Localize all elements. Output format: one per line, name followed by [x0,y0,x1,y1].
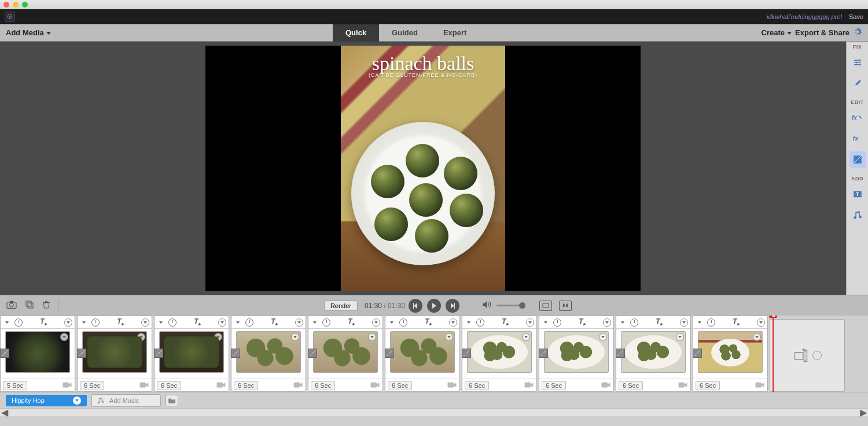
thumbnail-menu-icon[interactable] [214,333,222,341]
clip-menu-icon[interactable] [218,318,226,327]
clip-duration-badge[interactable]: 6 Sec [80,381,104,390]
clip-thumbnail[interactable] [544,331,609,373]
transition-handle[interactable] [385,349,394,358]
clip-thumbnail[interactable] [390,331,455,373]
clip-thumbnail[interactable] [467,331,532,373]
clip-menu-icon[interactable] [295,318,303,327]
timeline-clip[interactable]: T▸6 Sec [693,316,768,392]
clip-in-menu-icon[interactable] [542,318,550,327]
thumbnail-menu-icon[interactable] [445,333,453,341]
clip-thumbnail[interactable] [621,331,686,373]
title-overlay-icon[interactable]: T▸ [271,317,277,327]
clip-in-menu-icon[interactable] [3,318,11,327]
clip-menu-icon[interactable] [757,318,765,327]
transition-handle[interactable] [539,349,548,358]
drop-menu-icon[interactable] [812,351,822,360]
clip-in-menu-icon[interactable] [465,318,473,327]
mode-tab-expert[interactable]: Expert [431,24,479,42]
timeline-clip[interactable]: T▸6 Sec [154,316,229,392]
clip-in-menu-icon[interactable] [388,318,396,327]
clip-in-menu-icon[interactable] [619,318,627,327]
fullscreen-button[interactable] [559,301,572,311]
playhead[interactable] [773,316,774,392]
close-window-button[interactable] [3,2,9,8]
transition-handle[interactable] [77,349,86,358]
timeline-clip[interactable]: T▸6 Sec [231,316,306,392]
render-button[interactable]: Render [324,301,358,311]
timeline-clip[interactable]: T▸6 Sec [539,316,614,392]
transition-handle[interactable] [693,349,702,358]
clip-in-menu-icon[interactable] [80,318,88,327]
text-tool-icon[interactable]: T [849,186,866,202]
clip-in-menu-icon[interactable] [157,318,165,327]
title-overlay-icon[interactable]: T▸ [733,317,739,327]
duplicate-icon[interactable] [24,299,35,312]
clip-in-menu-icon[interactable] [311,318,319,327]
transition-handle[interactable] [231,349,240,358]
thumbnail-menu-icon[interactable] [676,333,684,341]
clip-duration-badge[interactable]: 6 Sec [465,381,489,390]
thumbnail-menu-icon[interactable] [137,333,145,341]
export-share-button[interactable]: Export & Share [795,28,849,37]
tools-icon[interactable] [849,75,866,91]
play-button[interactable] [427,299,441,313]
settings-gear-icon[interactable] [853,27,862,38]
transition-handle[interactable] [616,349,625,358]
scroll-left-arrow-icon[interactable]: ◀ [1,409,8,416]
mode-tab-quick[interactable]: Quick [333,24,379,42]
fx-icon[interactable]: fx [849,131,866,147]
title-overlay-icon[interactable]: T▸ [579,317,585,327]
clip-duration-badge[interactable]: 5 Sec [3,381,27,390]
title-overlay-icon[interactable]: T▸ [425,317,431,327]
transition-handle[interactable] [462,349,471,358]
clip-duration-badge[interactable]: 6 Sec [696,381,720,390]
thumbnail-menu-icon[interactable] [753,333,761,341]
save-button[interactable]: Save [849,13,863,20]
thumbnail-menu-icon[interactable] [60,333,68,341]
music-track-chip[interactable]: Hippity Hop [6,395,87,406]
clip-menu-icon[interactable] [603,318,611,327]
clip-duration-badge[interactable]: 6 Sec [619,381,643,390]
horizontal-scrollbar[interactable]: ◀ ▶ [0,408,868,416]
timeline-clip[interactable]: T▸6 Sec [385,316,460,392]
add-media-button[interactable]: Add Media [6,28,51,37]
transitions-icon[interactable] [849,151,866,168]
scroll-right-arrow-icon[interactable]: ▶ [860,409,867,416]
clip-menu-icon[interactable] [680,318,688,327]
trash-icon[interactable] [42,299,51,312]
clip-thumbnail[interactable] [5,331,70,373]
transition-handle[interactable] [308,349,317,358]
clip-drop-zone[interactable]: + [770,319,845,392]
clip-row[interactable]: T▸5 SecT▸6 SecT▸6 SecT▸6 SecT▸6 SecT▸6 S… [0,316,868,392]
mode-tab-guided[interactable]: Guided [379,24,431,42]
title-overlay-icon[interactable]: T▸ [40,317,46,327]
clip-duration-badge[interactable]: 6 Sec [388,381,412,390]
clip-menu-icon[interactable] [372,318,380,327]
timeline-clip[interactable]: T▸6 Sec [462,316,537,392]
clip-thumbnail[interactable] [236,331,301,373]
create-menu-button[interactable]: Create [762,28,792,37]
music-track-menu-icon[interactable] [73,397,81,405]
prev-frame-button[interactable] [409,299,422,313]
timeline-clip[interactable]: T▸6 Sec [308,316,383,392]
clip-duration-badge[interactable]: 6 Sec [311,381,335,390]
snapshot-icon[interactable] [6,300,17,311]
clip-in-menu-icon[interactable] [696,318,704,327]
clip-duration-badge[interactable]: 6 Sec [234,381,258,390]
video-canvas[interactable]: spinach balls (CAN BE GLUTEN-FREE & NO-C… [205,46,641,291]
timeline-clip[interactable]: T▸5 Sec [0,316,75,392]
title-overlay-icon[interactable]: T▸ [117,317,123,327]
next-frame-button[interactable] [446,299,459,313]
add-music-button[interactable]: Add Music [91,394,161,407]
minimize-window-button[interactable] [13,2,19,8]
clip-menu-icon[interactable] [141,318,149,327]
volume-slider[interactable] [496,305,525,306]
safe-margins-button[interactable] [539,301,552,311]
title-overlay-icon[interactable]: T▸ [656,317,662,327]
clip-menu-icon[interactable] [449,318,457,327]
thumbnail-menu-icon[interactable] [291,333,299,341]
adjust-sliders-icon[interactable] [849,54,866,71]
fx-brush-icon[interactable]: fx [849,110,866,126]
clip-thumbnail[interactable] [313,331,378,373]
transition-handle[interactable] [154,349,163,358]
